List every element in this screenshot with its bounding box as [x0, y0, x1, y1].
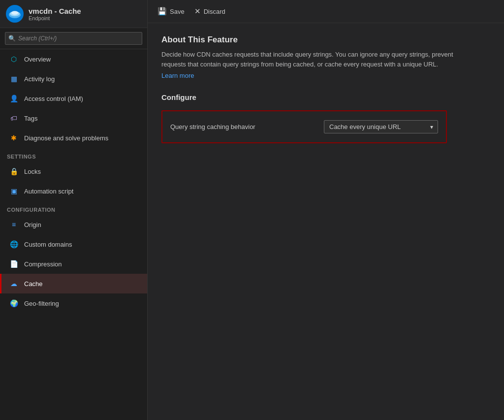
diagnose-icon: ✱ [8, 132, 19, 143]
sidebar: vmcdn - Cache Endpoint 🔍 ⬡ Overview ▦ Ac… [0, 0, 148, 420]
sidebar-item-access-control[interactable]: 👤 Access control (IAM) [0, 89, 147, 108]
discard-button[interactable]: ✕ Discard [194, 7, 225, 16]
save-button[interactable]: 💾 Save [158, 7, 185, 16]
locks-icon: 🔒 [8, 166, 19, 177]
configuration-section-label: CONFIGURATION [0, 201, 147, 215]
sidebar-item-label: Tags [24, 115, 37, 122]
discard-icon: ✕ [194, 7, 201, 16]
cache-icon: ☁ [8, 278, 19, 289]
origin-icon: ≡ [8, 219, 19, 230]
sidebar-item-origin[interactable]: ≡ Origin [0, 215, 147, 234]
geo-filtering-icon: 🌍 [8, 298, 19, 309]
sidebar-item-label: Overview [24, 56, 51, 63]
sidebar-title: vmcdn - Cache [29, 7, 81, 15]
activity-log-icon: ▦ [8, 73, 19, 84]
sidebar-item-label: Locks [24, 168, 41, 175]
sidebar-header: vmcdn - Cache Endpoint [0, 0, 147, 28]
discard-label: Discard [204, 8, 225, 15]
caching-behavior-select[interactable]: Ignore query strings Bypass caching for … [324, 120, 438, 133]
sidebar-item-label: Diagnose and solve problems [24, 134, 108, 142]
save-icon: 💾 [158, 7, 167, 16]
select-wrap: Ignore query strings Bypass caching for … [324, 120, 438, 133]
sidebar-item-label: Activity log [24, 75, 55, 83]
custom-domains-icon: 🌐 [8, 239, 19, 250]
main-content: 💾 Save ✕ Discard About This Feature Deci… [148, 0, 504, 420]
settings-section-label: SETTINGS [0, 148, 147, 162]
sidebar-header-text: vmcdn - Cache Endpoint [29, 7, 81, 21]
sidebar-item-label: Origin [24, 221, 41, 228]
save-label: Save [170, 8, 185, 15]
cloud-cdn-icon [6, 5, 24, 23]
sidebar-nav: ⬡ Overview ▦ Activity log 👤 Access contr… [0, 49, 147, 420]
tags-icon: 🏷 [8, 113, 19, 124]
sidebar-item-label: Compression [24, 260, 62, 268]
compression-icon: 📄 [8, 258, 19, 269]
sidebar-item-cache[interactable]: ☁ Cache [0, 274, 147, 293]
sidebar-item-label: Automation script [24, 188, 73, 195]
learn-more-link[interactable]: Learn more [161, 72, 194, 79]
sidebar-item-tags[interactable]: 🏷 Tags [0, 108, 147, 128]
sidebar-item-custom-domains[interactable]: 🌐 Custom domains [0, 234, 147, 254]
sidebar-search-container: 🔍 [0, 28, 147, 49]
sidebar-item-label: Access control (IAM) [24, 95, 83, 102]
sidebar-item-label: Cache [24, 280, 43, 288]
sidebar-item-diagnose[interactable]: ✱ Diagnose and solve problems [0, 128, 147, 148]
access-control-icon: 👤 [8, 93, 19, 104]
feature-description: Decide how CDN caches requests that incl… [161, 50, 467, 69]
content-area: About This Feature Decide how CDN caches… [148, 23, 504, 420]
sidebar-subtitle: Endpoint [29, 15, 81, 21]
config-row: Query string caching behavior Ignore que… [161, 110, 447, 143]
automation-icon: ▣ [8, 186, 19, 196]
svg-point-3 [11, 11, 18, 15]
search-icon: 🔍 [8, 35, 16, 42]
sidebar-item-locks[interactable]: 🔒 Locks [0, 162, 147, 181]
configure-section: Configure Query string caching behavior … [161, 93, 490, 143]
sidebar-item-compression[interactable]: 📄 Compression [0, 254, 147, 274]
sidebar-item-geo-filtering[interactable]: 🌍 Geo-filtering [0, 293, 147, 313]
sidebar-item-activity-log[interactable]: ▦ Activity log [0, 69, 147, 89]
configure-title: Configure [161, 93, 490, 101]
toolbar: 💾 Save ✕ Discard [148, 0, 504, 23]
sidebar-item-label: Custom domains [24, 241, 72, 248]
feature-title: About This Feature [161, 35, 490, 45]
sidebar-item-overview[interactable]: ⬡ Overview [0, 49, 147, 69]
search-input[interactable] [5, 32, 142, 45]
sidebar-item-automation-script[interactable]: ▣ Automation script [0, 181, 147, 201]
overview-icon: ⬡ [8, 54, 19, 65]
config-label: Query string caching behavior [170, 123, 324, 130]
sidebar-item-label: Geo-filtering [24, 300, 59, 307]
